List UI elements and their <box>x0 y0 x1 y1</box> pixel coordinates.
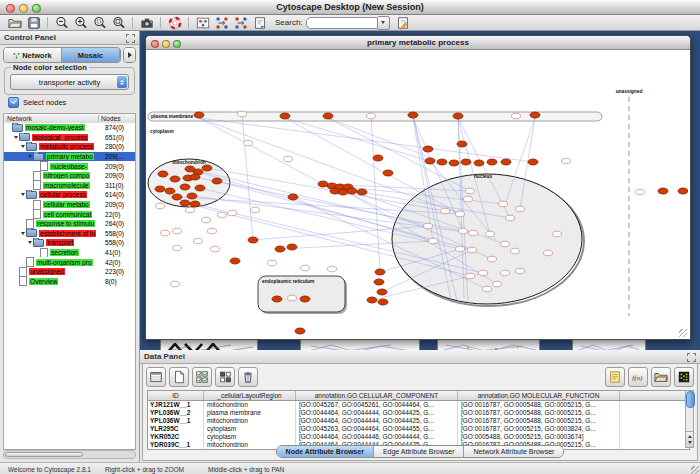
table-vertical-scrollbar[interactable] <box>685 390 694 448</box>
table-cell[interactable]: cytoplasm <box>204 425 296 433</box>
table-cell[interactable]: YJR121W__1 <box>148 401 204 409</box>
snapshot-button[interactable] <box>137 15 156 30</box>
network-window-zoom-button[interactable] <box>173 40 181 48</box>
network-window-close-button[interactable] <box>151 40 159 48</box>
tab-label: Node Attribute Browser <box>286 448 364 455</box>
table-cell[interactable]: [GO:0044464, GO:0044444, GO:0044425, G..… <box>296 417 458 425</box>
tree-horizontal-scrollbar[interactable] <box>3 450 136 459</box>
network-window-minimize-button[interactable] <box>162 40 170 48</box>
table-cell[interactable]: [GO:0045267, GO:0045261, GO:0044464, G..… <box>296 401 458 409</box>
notes-button[interactable] <box>605 367 625 387</box>
close-button[interactable] <box>6 4 15 13</box>
table-cell[interactable]: [GO:0016787, GO:0005488, GO:0005215, G..… <box>458 401 620 409</box>
table-cell[interactable]: [GO:0044464, GO:0044446, GO:0044444, G..… <box>296 433 458 441</box>
table-row[interactable]: YPL036W__2plasma membrane[GO:0044464, GO… <box>148 409 689 417</box>
float-panel-icon[interactable] <box>687 353 696 362</box>
matrix-button[interactable] <box>674 367 694 387</box>
scrollbar-thumb[interactable] <box>686 391 695 408</box>
save-button[interactable] <box>24 15 43 30</box>
tree-row[interactable]: response to stimulu264(0) <box>4 219 135 229</box>
vizmapper-button[interactable] <box>193 15 212 30</box>
node-color-dropdown[interactable]: transporter activity <box>10 74 129 90</box>
tree-row[interactable]: primary metabo209(... <box>4 152 135 162</box>
float-panel-icon[interactable] <box>126 34 135 43</box>
tab-network[interactable]: Network <box>4 48 62 62</box>
dropdown-stepper-icon <box>117 76 127 88</box>
network-window-titlebar[interactable]: primary metabolic process <box>146 36 690 50</box>
page-edit-button[interactable] <box>394 15 413 30</box>
tree-row[interactable]: multi-organism pro42(0) <box>4 257 135 267</box>
table-cell[interactable]: YPL036W__1 <box>148 417 204 425</box>
tree-row[interactable]: secretion41(0) <box>4 248 135 258</box>
zoom-fit-button[interactable] <box>109 15 128 30</box>
table-cell[interactable]: [GO:0016787, GO:0005488, GO:0005215, G..… <box>458 417 620 425</box>
column-header[interactable]: ID <box>148 391 204 400</box>
import-attributes-button[interactable] <box>651 367 671 387</box>
table-cell[interactable]: cytoplasm <box>204 433 296 441</box>
table-cell[interactable]: YPL036W__2 <box>148 409 204 417</box>
tree-row[interactable]: metabolic process280(0) <box>4 142 135 152</box>
zoom-window-button[interactable] <box>32 4 41 13</box>
new-attribute-button[interactable] <box>169 367 189 387</box>
table-cell[interactable]: [GO:0016787, GO:0005215, GO:0003824, G..… <box>458 425 620 433</box>
tab-mosaic[interactable]: Mosaic <box>62 48 120 62</box>
table-row[interactable]: YJR121W__1mitochondrion[GO:0045267, GO:0… <box>148 401 689 409</box>
background-window-fragment[interactable] <box>572 339 646 350</box>
table-cell[interactable]: mitochondrion <box>204 401 296 409</box>
tree-row[interactable]: cellular process614(0) <box>4 190 135 200</box>
table-cell[interactable]: [GO:0016787, GO:0005488, GO:0005215, G..… <box>458 409 620 417</box>
zoom-selected-button[interactable] <box>90 15 109 30</box>
formula-builder-button[interactable]: f(o) <box>628 367 648 387</box>
column-header[interactable]: _cellularLayoutRegion <box>204 391 296 400</box>
annotation-button[interactable] <box>250 15 269 30</box>
tree-row[interactable]: nucleobase-209(0) <box>4 161 135 171</box>
background-window-fragment[interactable] <box>160 339 258 350</box>
zoom-out-button[interactable] <box>52 15 71 30</box>
tree-row[interactable]: biological_process651(0) <box>4 133 135 143</box>
unselect-attributes-button[interactable] <box>215 367 235 387</box>
tab-node-attribute-browser[interactable]: Node Attribute Browser <box>277 446 374 457</box>
network-canvas[interactable]: plasma membranecytoplasmmitochondrionnuc… <box>146 50 688 338</box>
column-header[interactable]: annotation.GO CELLULAR_COMPONENT <box>296 391 458 400</box>
select-attributes-button[interactable] <box>192 367 212 387</box>
network-window-title: primary metabolic process <box>367 38 469 47</box>
tree-row[interactable]: cellular metabo209(0) <box>4 200 135 210</box>
tree-row[interactable]: Overview8(0) <box>4 277 135 287</box>
tree-row[interactable]: cell communicat22(0) <box>4 209 135 219</box>
tab-overflow-button[interactable] <box>124 48 135 62</box>
table-cell[interactable]: plasma membrane <box>204 409 296 417</box>
table-cell[interactable]: mitochondrion <box>204 417 296 425</box>
column-header[interactable]: annotation.GO MOLECULAR_FUNCTION <box>458 391 620 400</box>
delete-attribute-button[interactable] <box>238 367 258 387</box>
table-cell[interactable]: [GO:0005488, GO:0005215, GO:0003674] <box>458 433 620 441</box>
tree-row[interactable]: establishment of lo558(0) <box>4 229 135 239</box>
network-window-resize-grip[interactable] <box>679 329 687 337</box>
tree-row[interactable]: unassigned223(0) <box>4 267 135 277</box>
select-nodes-checkbox[interactable] <box>8 97 19 108</box>
layout-red-button[interactable] <box>231 15 250 30</box>
tree-row[interactable]: mosaic-demo-yeast874(0) <box>4 123 135 133</box>
minimize-button[interactable] <box>19 4 28 13</box>
tree-row[interactable]: macromolecule311(0) <box>4 181 135 191</box>
tab-network-attribute-browser[interactable]: Network Attribute Browser <box>464 446 563 457</box>
window-resize-grip[interactable] <box>691 466 699 474</box>
background-window-fragment[interactable] <box>437 339 540 350</box>
table-cell[interactable]: YLR295C <box>148 425 204 433</box>
search-dropdown-button[interactable] <box>378 16 390 30</box>
table-row[interactable]: YKR052Ccytoplasm[GO:0044464, GO:0044446,… <box>148 433 689 441</box>
background-window-fragment[interactable] <box>300 339 420 350</box>
table-cell[interactable]: YKR052C <box>148 433 204 441</box>
layout-blue-button[interactable] <box>212 15 231 30</box>
table-cell[interactable]: [GO:0044464, GO:0044444, GO:0044425, G..… <box>296 409 458 417</box>
table-cell[interactable]: [GO:0045263, GO:0044464, GO:0044455, G..… <box>296 425 458 433</box>
search-input[interactable] <box>306 17 378 29</box>
tree-row[interactable]: nitrogen compo209(0) <box>4 171 135 181</box>
tab-edge-attribute-browser[interactable]: Edge Attribute Browser <box>374 446 465 457</box>
open-file-button[interactable] <box>5 15 24 30</box>
table-row[interactable]: YLR295Ccytoplasm[GO:0045263, GO:0044464,… <box>148 425 689 433</box>
attribute-table-button[interactable] <box>146 367 166 387</box>
tree-row[interactable]: transport558(0) <box>4 238 135 248</box>
table-row[interactable]: YPL036W__1mitochondrion[GO:0044464, GO:0… <box>148 417 689 425</box>
help-button[interactable] <box>165 15 184 30</box>
zoom-in-button[interactable] <box>71 15 90 30</box>
